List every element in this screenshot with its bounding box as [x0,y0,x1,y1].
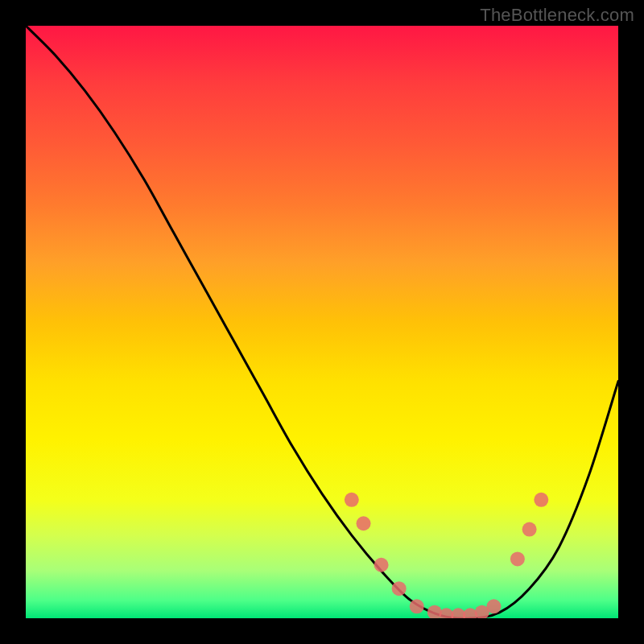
curve-svg [26,26,618,618]
chart-frame: TheBottleneck.com [0,0,644,644]
marker-dot [345,493,359,507]
marker-dot [486,599,501,613]
marker-dot [510,551,525,566]
marker-dot [410,599,424,613]
marker-dot [392,581,407,596]
watermark-text: TheBottleneck.com [480,5,634,26]
marker-dot [534,493,548,507]
marker-dot [374,558,389,572]
plot-area [26,26,618,618]
marker-dot [522,522,537,537]
marker-dot [357,516,371,530]
